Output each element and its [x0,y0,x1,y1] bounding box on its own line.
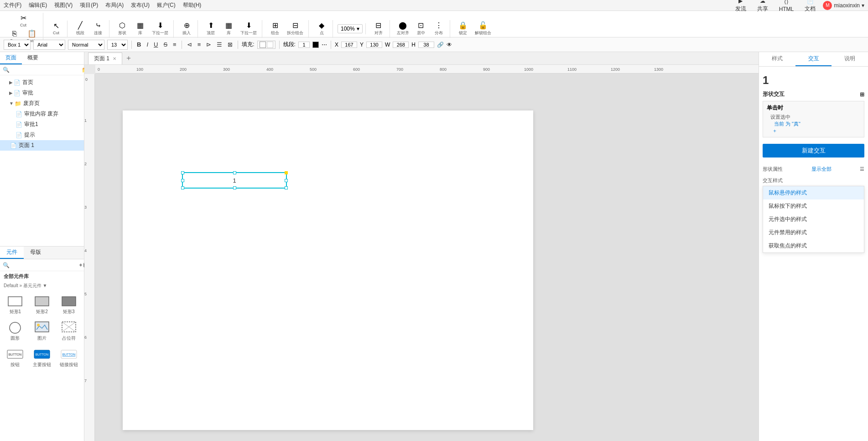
group-btn[interactable]: ⊞ 组合 [267,21,283,37]
comp-item-rect3[interactable]: 矩形3 [56,293,81,317]
list-btn[interactable]: ≡ [172,41,178,48]
h-input[interactable] [418,42,434,48]
strikethrough-btn[interactable]: S [162,41,169,48]
canvas-wrapper[interactable]: 0 100 200 300 400 500 600 700 800 900 10… [84,65,759,441]
tree-item-hint[interactable]: 📄 提示 [0,130,84,140]
size-select[interactable]: 13 [107,40,128,50]
center-align-btn[interactable]: ⊡ 居中 [413,21,429,37]
add-action-btn[interactable]: ＋ [770,127,860,134]
tree-item-deprecated-content[interactable]: 📄 审批内容 废弃 [0,109,84,119]
fill-control[interactable] [257,41,275,49]
x-input[interactable] [341,42,357,48]
show-all-btn[interactable]: 显示全部 [811,166,832,173]
comp-item-btn1[interactable]: BUTTON 按钮 [3,346,28,370]
zoom-ctrl[interactable]: 100% ▾ [338,24,363,33]
cut-btn[interactable]: ✂ Cut [15,14,31,28]
style-select[interactable]: Normal [68,40,104,50]
menu-edit[interactable]: 编辑(E) [29,1,47,9]
line-btn[interactable]: ╱ 线段 [72,21,88,37]
menu-file[interactable]: 文件(F) [4,1,21,9]
visibility-icon[interactable]: 👁 [447,42,452,48]
shape-btn[interactable]: ⬡ 形状 [114,21,130,37]
resize-handle-tl[interactable] [181,171,184,174]
point-btn[interactable]: ◆ 点 [313,21,330,37]
comp-item-rect2[interactable]: 矩形2 [30,293,55,317]
library-btn[interactable]: ▦ 库 [132,21,148,37]
dropdown-item-mousedown[interactable]: 鼠标按下的样式 [763,200,864,213]
user-menu[interactable]: M miaoxinxin ▾ [823,1,864,10]
lock-btn[interactable]: 🔒 锁定 [455,21,471,37]
tree-item-approval1[interactable]: 📄 审批1 [0,119,84,130]
comp-item-image[interactable]: 图片 [30,319,55,344]
underline-btn[interactable]: U [152,41,159,48]
unlock-btn[interactable]: 🔓 解锁组合 [473,21,494,37]
tree-item-home[interactable]: ▶ 📄 首页 [0,77,84,88]
line-value-input[interactable] [298,42,310,48]
resize-handle-tm[interactable] [233,171,236,174]
menu-account[interactable]: 账户(C) [157,1,176,9]
left-align-btn[interactable]: ⬤ 左对齐 [395,21,411,37]
tree-item-approval[interactable]: ▶ 📄 审批 [0,88,84,98]
align-justify-btn[interactable]: ☰ [215,41,223,48]
right-tab-style[interactable]: 样式 [759,52,795,66]
page-search-input[interactable] [11,67,80,73]
canvas-content[interactable]: 1 [95,74,759,441]
dropdown-item-hover[interactable]: 鼠标悬停的样式 [763,186,864,200]
comp-subtitle[interactable]: Default » 基元元件 ▼ [0,282,84,290]
new-interaction-btn[interactable]: 新建交互 [763,144,864,158]
lock-aspect-icon[interactable]: 🔗 [437,42,444,48]
resize-handle-tr[interactable] [285,171,288,174]
canvas-tab-close-icon[interactable]: ✕ [113,56,116,61]
tab-pages[interactable]: 页面 [0,52,22,64]
resize-handle-br[interactable] [285,186,288,189]
select-mode-btn[interactable]: ↖ Cut [48,21,64,36]
expand-icon[interactable]: ⊞ [860,91,864,98]
comp-item-btn3[interactable]: BUTTON 链接按钮 [56,346,81,370]
publish-stream-btn[interactable]: ▶ 发流 [732,0,750,14]
tab-outline[interactable]: 概要 [22,52,44,64]
insert-btn[interactable]: ⊕ 插入 [178,21,195,37]
line-color-box[interactable] [312,42,319,48]
ungroup-btn[interactable]: ⊟ 拆分组合 [285,21,306,37]
distribute-btn[interactable]: ⋮ 分布 [431,21,447,37]
w-input[interactable] [393,42,409,48]
resize-handle-ml[interactable] [181,179,184,182]
resize-handle-bm[interactable] [233,186,236,189]
right-tab-interact[interactable]: 交互 [795,52,832,66]
right-tab-note[interactable]: 说明 [832,52,868,66]
comp-item-rect1[interactable]: 矩形1 [3,293,28,317]
comp-search-input[interactable] [10,262,78,268]
add-tab-btn[interactable]: ＋ [123,52,134,65]
menu-project[interactable]: 项目(P) [80,1,98,9]
comp-add-icon[interactable]: ＋ [78,261,83,269]
props-menu-icon[interactable]: ☰ [860,166,864,172]
dropdown-item-selected[interactable]: 元件选中的样式 [763,213,864,226]
y-input[interactable] [366,42,382,48]
selected-element[interactable]: 1 [182,172,287,189]
align-left-btn[interactable]: ⊲ [186,41,193,48]
bold-btn[interactable]: B [135,41,142,48]
font-select[interactable]: Arial [33,40,65,50]
comp-item-circle[interactable]: 圆形 [3,319,28,344]
resize-handle-bl[interactable] [181,186,184,189]
tree-item-page1[interactable]: 📄 页面 1 [0,140,84,151]
menu-view[interactable]: 视图(V) [54,1,73,9]
menu-layout[interactable]: 布局(A) [105,1,124,9]
tree-item-deprecated[interactable]: ▼ 📁 废弃页 [0,98,84,109]
comp-tab-elements[interactable]: 元件 [0,247,24,259]
dropdown-layer-btn[interactable]: ⬇ 下拉一层 [238,21,259,37]
share-btn[interactable]: ☁ 共享 [754,0,772,14]
comp-item-placeholder[interactable]: 占位符 [56,319,81,344]
comp-item-btn2[interactable]: BUTTON 主要按钮 [30,346,55,370]
italic-btn[interactable]: I [145,41,150,48]
box-select[interactable]: Box 1 [4,40,31,50]
doc-btn[interactable]: 📄 文档 [801,0,819,14]
library2-btn[interactable]: ▦ 库 [220,21,237,37]
down-layer-btn[interactable]: ⬇ 下拉一层 [150,21,171,37]
canvas-tab-page1[interactable]: 页面 1 ✕ [88,52,122,64]
comp-tab-masters[interactable]: 母版 [24,247,47,259]
resize-handle-mr[interactable] [285,179,288,182]
top-layer-btn[interactable]: ⬆ 顶层 [203,21,219,37]
html-btn[interactable]: ⟨⟩ HTML [775,0,798,14]
dropdown-item-disabled[interactable]: 元件禁用的样式 [763,226,864,239]
